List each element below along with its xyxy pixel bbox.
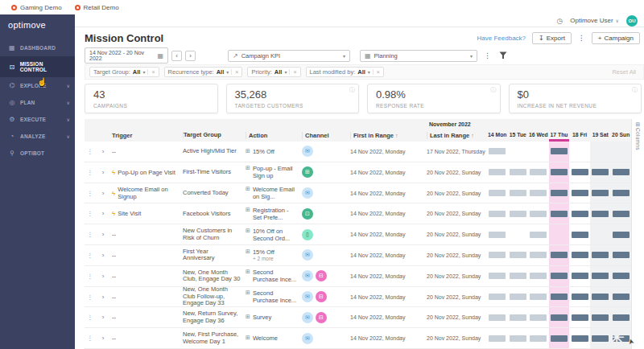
close-icon[interactable]: ×: [147, 69, 155, 75]
campaign-bar[interactable]: [510, 294, 526, 300]
drag-handle-icon[interactable]: ⋮: [85, 231, 96, 238]
campaign-bar[interactable]: [489, 232, 506, 238]
campaign-bar[interactable]: [489, 335, 506, 342]
campaign-bar[interactable]: [530, 169, 547, 175]
close-icon[interactable]: ×: [373, 69, 380, 75]
campaign-bar[interactable]: [572, 273, 588, 279]
drag-handle-icon[interactable]: ⋮: [85, 148, 96, 155]
drag-handle-icon[interactable]: ⋮: [85, 273, 96, 280]
more-options-icon[interactable]: ⋮: [578, 34, 585, 42]
info-icon[interactable]: ⓘ: [491, 86, 497, 94]
drag-handle-icon[interactable]: ⋮: [85, 314, 96, 321]
campaign-bar[interactable]: [572, 314, 588, 321]
campaign-bar[interactable]: [613, 211, 630, 217]
campaign-bar[interactable]: [592, 211, 609, 217]
campaign-bar[interactable]: [572, 190, 588, 196]
view-select[interactable]: ▦ Planning ▾: [360, 50, 477, 62]
expand-row-icon[interactable]: ›: [96, 252, 110, 259]
drag-handle-icon[interactable]: ⋮: [85, 210, 96, 217]
campaign-bar[interactable]: [551, 314, 568, 321]
campaign-bar[interactable]: [510, 314, 526, 321]
campaign-bar[interactable]: [572, 169, 588, 175]
col-header-first-in-range[interactable]: First in Range ↑: [350, 132, 427, 139]
help-icon[interactable]: ◷: [556, 17, 563, 25]
tab-retail-demo[interactable]: Retail Demo: [75, 4, 119, 11]
campaign-bar[interactable]: [530, 335, 547, 342]
campaign-bar[interactable]: [489, 190, 506, 196]
campaign-bar[interactable]: [510, 190, 526, 196]
drag-handle-icon[interactable]: ⋮: [85, 190, 96, 197]
columns-panel-toggle[interactable]: ⊞ Columns: [631, 119, 644, 349]
sidebar-item-plan[interactable]: ◎PLAN∨: [0, 94, 75, 111]
campaign-bar[interactable]: [613, 232, 630, 238]
info-icon[interactable]: ⓘ: [349, 86, 355, 94]
campaign-bar[interactable]: [572, 294, 588, 300]
campaign-bar[interactable]: [572, 252, 588, 258]
tab-gaming-demo[interactable]: Gaming Demo: [11, 4, 62, 11]
expand-row-icon[interactable]: ›: [96, 231, 110, 238]
campaign-bar[interactable]: [613, 273, 630, 279]
close-icon[interactable]: ×: [231, 69, 238, 75]
info-icon[interactable]: ⓘ: [632, 86, 638, 94]
drag-handle-icon[interactable]: ⋮: [85, 169, 96, 176]
campaign-bar[interactable]: [510, 211, 526, 217]
campaign-bar[interactable]: [489, 211, 506, 217]
campaign-bar[interactable]: [551, 211, 568, 217]
campaign-bar[interactable]: [530, 294, 547, 300]
campaign-bar[interactable]: [613, 314, 630, 321]
campaign-bar[interactable]: [613, 190, 630, 196]
campaign-bar[interactable]: [572, 232, 588, 238]
next-period-button[interactable]: ›: [185, 51, 196, 61]
campaign-bar[interactable]: [551, 169, 568, 175]
col-header-last-in-range[interactable]: Last in Range ↑: [427, 132, 487, 139]
campaign-bar[interactable]: [489, 252, 506, 258]
sidebar-item-optibot[interactable]: ⚲OPTIBOT: [0, 145, 75, 162]
campaign-bar[interactable]: [592, 169, 609, 175]
prev-period-button[interactable]: ‹: [171, 51, 182, 61]
campaign-bar[interactable]: [551, 190, 568, 196]
campaign-bar[interactable]: [613, 294, 630, 300]
campaign-bar[interactable]: [489, 314, 506, 321]
reset-all-button[interactable]: Reset All: [612, 68, 639, 76]
campaign-bar[interactable]: [592, 273, 609, 279]
campaign-bar[interactable]: [530, 273, 547, 279]
campaign-bar[interactable]: [510, 252, 526, 258]
date-range-picker[interactable]: 14 Nov 2022 - 20 Nov 2022 ▦: [85, 47, 168, 64]
campaign-bar[interactable]: [489, 169, 506, 175]
sidebar-item-explore[interactable]: ⌬EXPLORE∨: [0, 77, 75, 94]
expand-row-icon[interactable]: ›: [96, 335, 110, 342]
expand-row-icon[interactable]: ›: [96, 190, 110, 197]
campaign-bar[interactable]: [551, 148, 568, 154]
campaign-bar[interactable]: [613, 335, 630, 342]
filter-chip-last-modified-by[interactable]: Last modified by:All▾×: [306, 67, 384, 77]
expand-row-icon[interactable]: ›: [96, 148, 110, 155]
campaign-bar[interactable]: [551, 294, 568, 300]
campaign-bar[interactable]: [592, 252, 609, 258]
filter-icon[interactable]: [499, 51, 507, 60]
expand-row-icon[interactable]: ›: [96, 210, 110, 217]
add-campaign-button[interactable]: + Campaign: [592, 32, 640, 44]
feedback-link[interactable]: Have Feedback?: [477, 35, 526, 42]
sidebar-item-analyze[interactable]: ◔ANALYZE∨: [0, 128, 75, 145]
user-menu[interactable]: Optimove User ∨: [570, 17, 619, 24]
campaign-bar[interactable]: [613, 169, 630, 175]
expand-row-icon[interactable]: ›: [96, 169, 110, 176]
avatar[interactable]: OU: [626, 15, 638, 27]
sidebar-item-execute[interactable]: ⚙EXECUTE∨: [0, 111, 75, 128]
campaign-bar[interactable]: [489, 273, 506, 279]
col-header-action[interactable]: Action: [246, 132, 302, 139]
kpi-select[interactable]: ↗ Campaign KPI ▾: [228, 50, 350, 62]
expand-row-icon[interactable]: ›: [96, 273, 110, 280]
sidebar-item-mission-control[interactable]: ⊡MISSION CONTROL: [0, 56, 75, 77]
campaign-bar[interactable]: [530, 252, 547, 258]
export-button[interactable]: ↧ Export: [532, 32, 572, 44]
filter-chip-target-group[interactable]: Target Group:All▾×: [89, 67, 159, 77]
campaign-bar[interactable]: [551, 252, 568, 258]
campaign-bar[interactable]: [572, 211, 588, 217]
filter-chip-priority[interactable]: Priority:All▾×: [247, 67, 300, 77]
campaign-bar[interactable]: [530, 190, 547, 196]
campaign-bar[interactable]: [592, 294, 609, 300]
col-header-channel[interactable]: Channel: [302, 132, 350, 139]
expand-row-icon[interactable]: ›: [96, 314, 110, 321]
campaign-bar[interactable]: [510, 335, 526, 342]
